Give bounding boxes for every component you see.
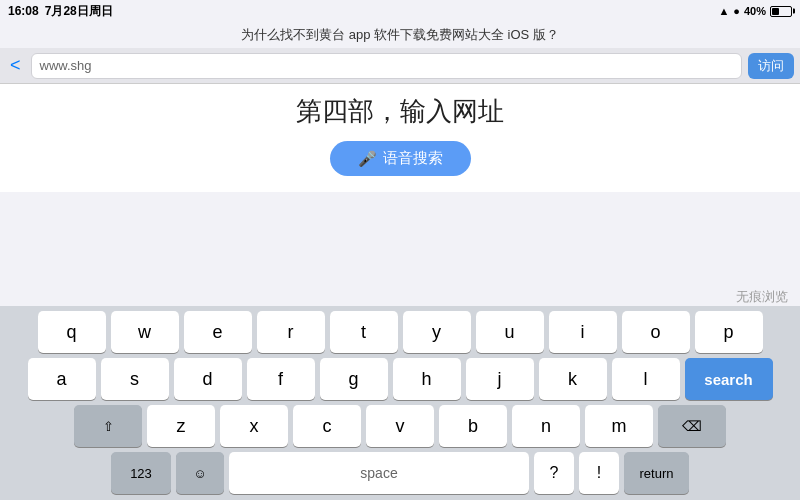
key-n[interactable]: n (512, 405, 580, 447)
key-return[interactable]: return (624, 452, 689, 494)
url-bar[interactable]: www.shg (31, 53, 742, 79)
url-text: www.shg (40, 58, 92, 73)
key-i[interactable]: i (549, 311, 617, 353)
key-d[interactable]: d (174, 358, 242, 400)
key-h[interactable]: h (393, 358, 461, 400)
incognito-label: 无痕浏览 (736, 288, 788, 306)
key-w[interactable]: w (111, 311, 179, 353)
backspace-key[interactable]: ⌫ (658, 405, 726, 447)
page-title-bar: 为什么找不到黄台 app 软件下载免费网站大全 iOS 版？ (0, 22, 800, 48)
battery-fill (772, 8, 779, 15)
key-z[interactable]: z (147, 405, 215, 447)
status-left: 16:08 7月28日周日 (8, 3, 113, 20)
key-123[interactable]: 123 (111, 452, 171, 494)
key-r[interactable]: r (257, 311, 325, 353)
browser-bar: < www.shg 访问 (0, 48, 800, 84)
battery-percent: 40% (744, 5, 766, 17)
time: 16:08 (8, 4, 39, 18)
key-o[interactable]: o (622, 311, 690, 353)
key-k[interactable]: k (539, 358, 607, 400)
key-t[interactable]: t (330, 311, 398, 353)
key-y[interactable]: y (403, 311, 471, 353)
signal-icon: ● (733, 5, 740, 17)
date: 7月28日周日 (45, 3, 113, 20)
page-title: 为什么找不到黄台 app 软件下载免费网站大全 iOS 版？ (241, 27, 559, 42)
voice-search-button[interactable]: 🎤 语音搜索 (330, 141, 471, 176)
back-button[interactable]: < (6, 53, 25, 78)
keyboard-row-2: a s d f g h j k l search (0, 353, 800, 400)
key-c[interactable]: c (293, 405, 361, 447)
mic-icon: 🎤 (358, 150, 377, 168)
key-emoji[interactable]: ☺ (176, 452, 224, 494)
voice-search-label: 语音搜索 (383, 149, 443, 168)
key-g[interactable]: g (320, 358, 388, 400)
keyboard: q w e r t y u i o p a s d f g h j k l se… (0, 306, 800, 500)
key-l[interactable]: l (612, 358, 680, 400)
key-u[interactable]: u (476, 311, 544, 353)
search-button[interactable]: search (685, 358, 773, 400)
key-question[interactable]: ? (534, 452, 574, 494)
space-key[interactable]: space (229, 452, 529, 494)
key-b[interactable]: b (439, 405, 507, 447)
key-exclamation[interactable]: ! (579, 452, 619, 494)
key-v[interactable]: v (366, 405, 434, 447)
key-m[interactable]: m (585, 405, 653, 447)
key-x[interactable]: x (220, 405, 288, 447)
key-a[interactable]: a (28, 358, 96, 400)
key-q[interactable]: q (38, 311, 106, 353)
key-e[interactable]: e (184, 311, 252, 353)
wifi-icon: ▲ (718, 5, 729, 17)
key-s[interactable]: s (101, 358, 169, 400)
content-area: 第四部，输入网址 🎤 语音搜索 (0, 84, 800, 192)
key-f[interactable]: f (247, 358, 315, 400)
battery-icon (770, 6, 792, 17)
key-j[interactable]: j (466, 358, 534, 400)
keyboard-row-4: 123 ☺ space ? ! return (0, 447, 800, 500)
keyboard-row-1: q w e r t y u i o p (0, 306, 800, 353)
instruction-text: 第四部，输入网址 (296, 94, 504, 129)
key-p[interactable]: p (695, 311, 763, 353)
visit-button[interactable]: 访问 (748, 53, 794, 79)
status-right: ▲ ● 40% (718, 5, 792, 17)
key-shift[interactable]: ⇧ (74, 405, 142, 447)
keyboard-row-3: ⇧ z x c v b n m ⌫ (0, 400, 800, 447)
status-bar: 16:08 7月28日周日 ▲ ● 40% (0, 0, 800, 22)
